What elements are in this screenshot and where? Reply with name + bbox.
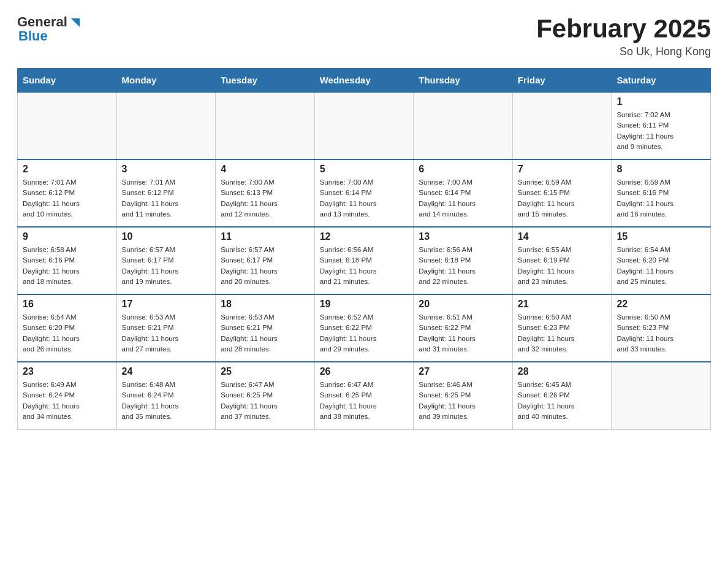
day-number: 27 <box>419 366 507 377</box>
day-number: 10 <box>122 231 211 242</box>
day-info: Sunrise: 7:02 AMSunset: 6:11 PMDaylight:… <box>616 110 705 152</box>
logo-triangle-icon <box>69 16 82 29</box>
calendar-cell: 23Sunrise: 6:49 AMSunset: 6:24 PMDayligh… <box>18 362 117 429</box>
calendar-cell <box>414 92 513 159</box>
calendar-cell: 26Sunrise: 6:47 AMSunset: 6:25 PMDayligh… <box>314 362 414 429</box>
day-number: 5 <box>320 164 409 175</box>
calendar-header: SundayMondayTuesdayWednesdayThursdayFrid… <box>18 69 711 93</box>
day-number: 3 <box>122 164 211 175</box>
calendar-cell: 19Sunrise: 6:52 AMSunset: 6:22 PMDayligh… <box>314 294 414 362</box>
svg-marker-0 <box>71 18 80 27</box>
calendar-cell <box>512 92 612 159</box>
calendar-cell: 20Sunrise: 6:51 AMSunset: 6:22 PMDayligh… <box>414 294 513 362</box>
day-info: Sunrise: 6:59 AMSunset: 6:15 PMDaylight:… <box>518 177 607 220</box>
logo-blue-text: Blue <box>18 29 82 43</box>
calendar-cell: 16Sunrise: 6:54 AMSunset: 6:20 PMDayligh… <box>18 294 117 362</box>
calendar-cell: 1Sunrise: 7:02 AMSunset: 6:11 PMDaylight… <box>612 92 711 159</box>
day-info: Sunrise: 6:50 AMSunset: 6:23 PMDaylight:… <box>616 312 705 354</box>
header-cell-saturday: Saturday <box>612 69 711 93</box>
day-info: Sunrise: 6:53 AMSunset: 6:21 PMDaylight:… <box>221 312 309 354</box>
calendar-cell: 28Sunrise: 6:45 AMSunset: 6:26 PMDayligh… <box>512 362 612 429</box>
calendar-week-row: 9Sunrise: 6:58 AMSunset: 6:16 PMDaylight… <box>18 227 711 294</box>
day-info: Sunrise: 6:52 AMSunset: 6:22 PMDaylight:… <box>320 312 409 354</box>
calendar-week-row: 2Sunrise: 7:01 AMSunset: 6:12 PMDaylight… <box>18 159 711 227</box>
day-number: 13 <box>419 231 507 242</box>
day-number: 19 <box>320 299 409 310</box>
day-number: 22 <box>616 299 705 310</box>
calendar-cell: 8Sunrise: 6:59 AMSunset: 6:16 PMDaylight… <box>612 159 711 227</box>
calendar-cell: 6Sunrise: 7:00 AMSunset: 6:14 PMDaylight… <box>414 159 513 227</box>
day-number: 14 <box>518 231 607 242</box>
calendar-cell <box>612 362 711 429</box>
calendar-cell: 11Sunrise: 6:57 AMSunset: 6:17 PMDayligh… <box>216 227 315 294</box>
day-info: Sunrise: 6:57 AMSunset: 6:17 PMDaylight:… <box>221 245 309 287</box>
calendar-cell: 10Sunrise: 6:57 AMSunset: 6:17 PMDayligh… <box>116 227 216 294</box>
header-cell-thursday: Thursday <box>414 69 513 93</box>
day-info: Sunrise: 7:01 AMSunset: 6:12 PMDaylight:… <box>122 177 211 220</box>
day-info: Sunrise: 6:54 AMSunset: 6:20 PMDaylight:… <box>616 245 705 287</box>
day-number: 18 <box>221 299 309 310</box>
month-year-title: February 2025 <box>536 15 711 43</box>
calendar-cell: 24Sunrise: 6:48 AMSunset: 6:24 PMDayligh… <box>116 362 216 429</box>
day-number: 17 <box>122 299 211 310</box>
day-info: Sunrise: 6:53 AMSunset: 6:21 PMDaylight:… <box>122 312 211 354</box>
calendar-cell: 25Sunrise: 6:47 AMSunset: 6:25 PMDayligh… <box>216 362 315 429</box>
day-number: 20 <box>419 299 507 310</box>
header-row: SundayMondayTuesdayWednesdayThursdayFrid… <box>18 69 711 93</box>
calendar-cell: 4Sunrise: 7:00 AMSunset: 6:13 PMDaylight… <box>216 159 315 227</box>
day-info: Sunrise: 6:58 AMSunset: 6:16 PMDaylight:… <box>23 245 112 287</box>
calendar-cell: 7Sunrise: 6:59 AMSunset: 6:15 PMDaylight… <box>512 159 612 227</box>
day-number: 7 <box>518 164 607 175</box>
calendar-cell: 17Sunrise: 6:53 AMSunset: 6:21 PMDayligh… <box>116 294 216 362</box>
header-cell-tuesday: Tuesday <box>216 69 315 93</box>
page-header: General Blue February 2025 So Uk, Hong K… <box>17 15 711 58</box>
day-info: Sunrise: 6:55 AMSunset: 6:19 PMDaylight:… <box>518 245 607 287</box>
day-number: 2 <box>23 164 112 175</box>
day-info: Sunrise: 6:57 AMSunset: 6:17 PMDaylight:… <box>122 245 211 287</box>
header-cell-sunday: Sunday <box>18 69 117 93</box>
day-info: Sunrise: 6:47 AMSunset: 6:25 PMDaylight:… <box>221 380 309 422</box>
calendar-cell: 13Sunrise: 6:56 AMSunset: 6:18 PMDayligh… <box>414 227 513 294</box>
day-info: Sunrise: 6:45 AMSunset: 6:26 PMDaylight:… <box>518 380 607 422</box>
day-number: 4 <box>221 164 309 175</box>
day-number: 1 <box>616 96 705 107</box>
day-info: Sunrise: 7:00 AMSunset: 6:13 PMDaylight:… <box>221 177 309 220</box>
calendar-cell <box>18 92 117 159</box>
calendar-cell: 2Sunrise: 7:01 AMSunset: 6:12 PMDaylight… <box>18 159 117 227</box>
day-number: 9 <box>23 231 112 242</box>
day-info: Sunrise: 6:59 AMSunset: 6:16 PMDaylight:… <box>616 177 705 220</box>
calendar-cell: 15Sunrise: 6:54 AMSunset: 6:20 PMDayligh… <box>612 227 711 294</box>
day-number: 15 <box>616 231 705 242</box>
day-info: Sunrise: 6:49 AMSunset: 6:24 PMDaylight:… <box>23 380 112 422</box>
calendar-cell: 9Sunrise: 6:58 AMSunset: 6:16 PMDaylight… <box>18 227 117 294</box>
day-number: 24 <box>122 366 211 377</box>
calendar-table: SundayMondayTuesdayWednesdayThursdayFrid… <box>17 68 711 430</box>
day-number: 28 <box>518 366 607 377</box>
day-number: 26 <box>320 366 409 377</box>
day-info: Sunrise: 6:46 AMSunset: 6:25 PMDaylight:… <box>419 380 507 422</box>
calendar-cell: 22Sunrise: 6:50 AMSunset: 6:23 PMDayligh… <box>612 294 711 362</box>
day-info: Sunrise: 7:00 AMSunset: 6:14 PMDaylight:… <box>419 177 507 220</box>
calendar-cell <box>216 92 315 159</box>
day-number: 11 <box>221 231 309 242</box>
day-info: Sunrise: 7:00 AMSunset: 6:14 PMDaylight:… <box>320 177 409 220</box>
day-info: Sunrise: 6:56 AMSunset: 6:18 PMDaylight:… <box>320 245 409 287</box>
calendar-week-row: 23Sunrise: 6:49 AMSunset: 6:24 PMDayligh… <box>18 362 711 429</box>
calendar-cell <box>314 92 414 159</box>
day-number: 25 <box>221 366 309 377</box>
day-info: Sunrise: 6:50 AMSunset: 6:23 PMDaylight:… <box>518 312 607 354</box>
calendar-cell: 14Sunrise: 6:55 AMSunset: 6:19 PMDayligh… <box>512 227 612 294</box>
day-number: 12 <box>320 231 409 242</box>
location-subtitle: So Uk, Hong Kong <box>536 45 711 58</box>
calendar-cell: 21Sunrise: 6:50 AMSunset: 6:23 PMDayligh… <box>512 294 612 362</box>
day-number: 6 <box>419 164 507 175</box>
logo: General Blue <box>17 15 82 43</box>
calendar-body: 1Sunrise: 7:02 AMSunset: 6:11 PMDaylight… <box>18 92 711 429</box>
day-number: 16 <box>23 299 112 310</box>
calendar-cell: 18Sunrise: 6:53 AMSunset: 6:21 PMDayligh… <box>216 294 315 362</box>
calendar-week-row: 1Sunrise: 7:02 AMSunset: 6:11 PMDaylight… <box>18 92 711 159</box>
calendar-cell: 12Sunrise: 6:56 AMSunset: 6:18 PMDayligh… <box>314 227 414 294</box>
day-number: 8 <box>616 164 705 175</box>
calendar-cell: 5Sunrise: 7:00 AMSunset: 6:14 PMDaylight… <box>314 159 414 227</box>
calendar-week-row: 16Sunrise: 6:54 AMSunset: 6:20 PMDayligh… <box>18 294 711 362</box>
